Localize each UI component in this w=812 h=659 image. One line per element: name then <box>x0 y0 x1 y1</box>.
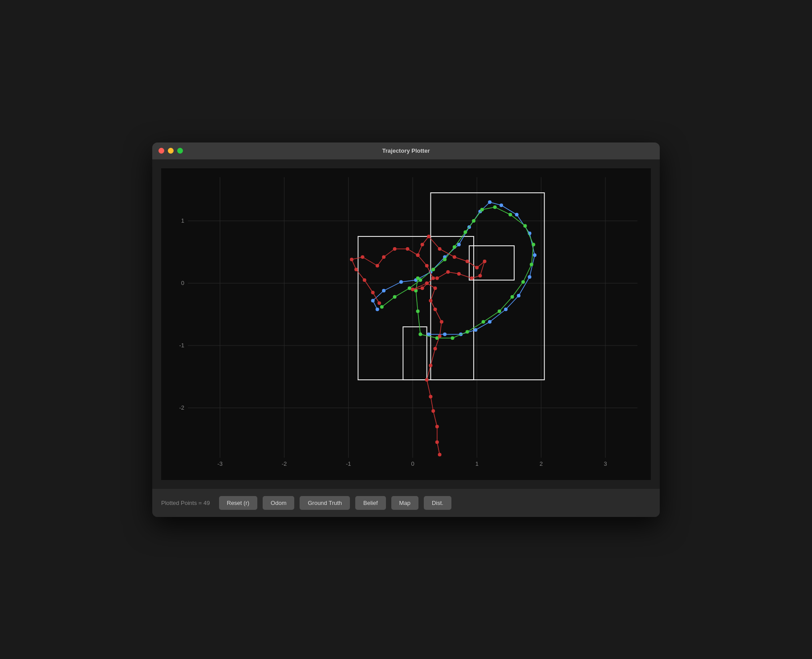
points-label: Plotted Points = 49 <box>161 500 210 506</box>
belief-button[interactable]: Belief <box>355 496 386 510</box>
titlebar: Trajectory Plotter <box>152 142 660 159</box>
map-button[interactable]: Map <box>391 496 418 510</box>
minimize-button[interactable] <box>168 148 174 154</box>
plot-area <box>161 168 651 480</box>
main-content <box>152 159 660 489</box>
window-title: Trajectory Plotter <box>382 147 430 154</box>
close-button[interactable] <box>158 148 164 154</box>
ground-truth-button[interactable]: Ground Truth <box>300 496 350 510</box>
odom-button[interactable]: Odom <box>263 496 294 510</box>
controls-bar: Plotted Points = 49 Reset (r) Odom Groun… <box>152 489 660 517</box>
maximize-button[interactable] <box>177 148 183 154</box>
trajectory-canvas <box>161 168 651 480</box>
reset-button[interactable]: Reset (r) <box>219 496 258 510</box>
traffic-lights <box>158 148 183 154</box>
dist-button[interactable]: Dist. <box>424 496 451 510</box>
application-window: Trajectory Plotter Plotted Points = 49 R… <box>152 142 660 517</box>
